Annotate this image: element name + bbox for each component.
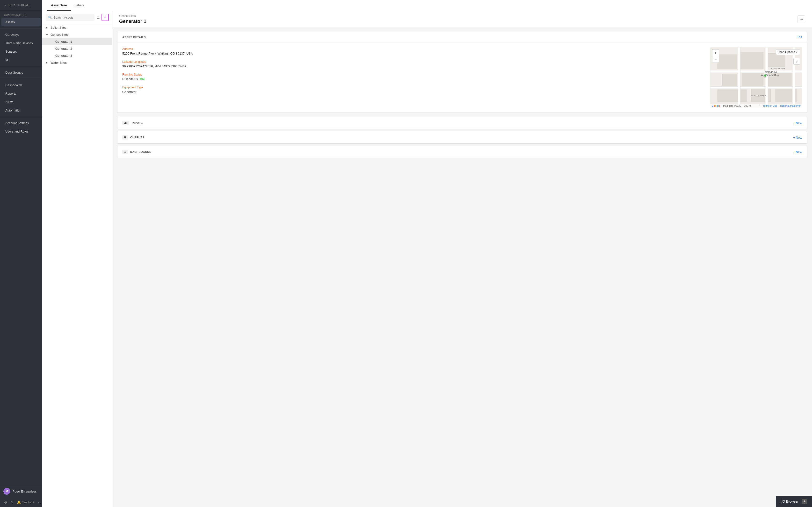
sidebar-item-data-groups[interactable]: Data Groups (1, 68, 41, 76)
back-to-home-button[interactable]: ⌂ BACK TO HOME (0, 0, 42, 10)
tree-node-genset-sites[interactable]: ▼ Genset Sites (42, 31, 112, 38)
add-asset-button[interactable]: + (101, 14, 109, 21)
sidebar-section-label: CONFIGURATION (0, 10, 42, 18)
svg-rect-12 (738, 47, 741, 108)
search-wrapper: 🔍 (46, 14, 95, 21)
search-input[interactable] (53, 16, 92, 19)
map-fullscreen-button[interactable]: ⤢ (794, 58, 800, 65)
sidebar-item-io[interactable]: I/O (1, 56, 41, 64)
assets-label: Assets (5, 20, 15, 24)
svg-rect-3 (766, 53, 785, 67)
automation-label: Automation (5, 109, 21, 112)
tree-node-boiler-sites[interactable]: ▶ Boiler Sites (42, 24, 112, 31)
help-icon[interactable]: ? (11, 500, 13, 505)
map-options-button[interactable]: Map Options ▾ (776, 49, 800, 55)
tab-labels[interactable]: Labels (71, 0, 88, 11)
tree-node-generator-1[interactable]: Generator 1 (42, 38, 112, 45)
sidebar-footer: ⚙ ? 🔔 Feedback ‹ (0, 498, 42, 507)
settings-icon[interactable]: ⚙ (4, 500, 7, 505)
map-footer: Google Map data ©2020 100 m Terms of Use… (710, 104, 802, 108)
asset-details-header: ASSET DETAILS Edit (117, 32, 807, 43)
user-profile[interactable]: M Pueo Enterprises (0, 485, 42, 498)
tree-node-generator-2[interactable]: Generator 2 (42, 45, 112, 52)
run-status-row: Run Status ON (122, 77, 705, 81)
chevron-down-icon: ▾ (796, 50, 798, 54)
address-label: Address (122, 47, 705, 51)
collapse-sidebar-button[interactable]: ‹ (39, 500, 40, 505)
io-browser-plus-button[interactable]: + (802, 499, 807, 504)
outputs-count: 0 (122, 135, 128, 139)
edit-button[interactable]: Edit (797, 35, 802, 39)
outputs-left: 0 OUTPUTS (122, 135, 144, 139)
lat-lon-value: 39.790077209472656, -104.54972839355469 (122, 64, 705, 68)
svg-text:East 51st Avenue: East 51st Avenue (751, 95, 766, 97)
outputs-new-button[interactable]: + New (793, 136, 802, 139)
inputs-left: 38 INPUTS (122, 121, 143, 125)
third-party-devices-label: Third Party Devices (5, 41, 33, 45)
sidebar-item-reports[interactable]: Reports (1, 90, 41, 98)
tree-node-generator-3[interactable]: Generator 3 (42, 52, 112, 59)
asset-fields: Address 5200 Front Range Pkwy, Watkins, … (122, 47, 705, 108)
svg-rect-11 (710, 87, 802, 89)
home-icon: ⌂ (4, 3, 6, 7)
dashboards-label: Dashboards (5, 83, 22, 87)
alerts-label: Alerts (5, 100, 13, 104)
chevron-right-icon: ▶ (46, 26, 49, 29)
sidebar-item-account-settings[interactable]: Account Settings (1, 119, 41, 127)
map-scale: 100 m (744, 105, 760, 107)
map-report-link[interactable]: Report a map error (780, 105, 800, 107)
asset-details-title: ASSET DETAILS (122, 36, 146, 39)
address-value: 5200 Front Range Pkwy, Watkins, CO 80137… (122, 52, 705, 55)
sidebar-item-third-party-devices[interactable]: Third Party Devices (1, 39, 41, 47)
svg-rect-2 (739, 52, 763, 69)
running-status-field: Running Status Run Status ON (122, 73, 705, 81)
inputs-count: 38 (122, 121, 129, 125)
top-navigation: Asset Tree Labels (42, 0, 812, 11)
run-status-value: ON (140, 77, 145, 81)
lat-lon-label: Latitude/Longitude (122, 60, 705, 63)
map-terms-link[interactable]: Terms of Use (763, 105, 777, 107)
detail-panel: Genset Sites Generator 1 ··· ASSET DETAI… (112, 11, 812, 507)
sidebar-item-alerts[interactable]: Alerts (1, 98, 41, 106)
io-label: I/O (5, 58, 9, 62)
reports-label: Reports (5, 92, 16, 95)
inputs-section: 38 INPUTS + New (117, 117, 807, 129)
svg-rect-14 (793, 47, 795, 108)
sidebar-item-gateways[interactable]: Gateways (1, 31, 41, 39)
sidebar-item-sensors[interactable]: Sensors (1, 48, 41, 56)
map-zoom-controls: + − (712, 49, 719, 63)
map-zoom-in-button[interactable]: + (712, 49, 719, 56)
more-options-button[interactable]: ··· (798, 15, 805, 23)
inputs-new-button[interactable]: + New (793, 121, 802, 125)
sidebar: ⌂ BACK TO HOME CONFIGURATION Assets Gate… (0, 0, 42, 507)
dashboards-count: 1 (122, 150, 128, 154)
tab-asset-tree[interactable]: Asset Tree (47, 0, 71, 11)
dashboards-left: 1 DASHBOARDS (122, 150, 151, 154)
dashboards-new-button[interactable]: + New (793, 150, 802, 154)
svg-rect-13 (765, 47, 768, 108)
sidebar-item-assets[interactable]: Assets (1, 18, 41, 26)
avatar: M (3, 488, 10, 495)
outputs-section: 0 OUTPUTS + New (117, 131, 807, 144)
content-area: 🔍 ☰ + ▶ Boiler Sites ▼ Genset Sites Gene… (42, 11, 812, 507)
io-browser-bar[interactable]: I/O Browser + (776, 496, 812, 507)
running-status-label: Running Status (122, 73, 705, 76)
back-to-home-label: BACK TO HOME (7, 3, 30, 7)
map-zoom-out-button[interactable]: − (712, 56, 719, 63)
outputs-label: OUTPUTS (130, 136, 145, 139)
lat-lon-field: Latitude/Longitude 39.790077209472656, -… (122, 60, 705, 68)
feedback-button[interactable]: 🔔 Feedback (17, 501, 35, 504)
map-container: Beechcraft Way East 51st Avenue Colorado… (710, 47, 802, 108)
data-groups-label: Data Groups (5, 71, 23, 74)
map-google-logo: Google (712, 105, 720, 107)
io-browser-label: I/O Browser (780, 500, 799, 503)
sidebar-item-automation[interactable]: Automation (1, 107, 41, 114)
detail-header: Genset Sites Generator 1 ··· (112, 11, 812, 28)
filter-icon[interactable]: ☰ (96, 15, 100, 19)
equipment-type-field: Equipment Type Generator (122, 86, 705, 94)
sidebar-item-dashboards[interactable]: Dashboards (1, 81, 41, 89)
dashboards-section: 1 DASHBOARDS + New (117, 146, 807, 158)
sidebar-item-users-and-roles[interactable]: Users and Roles (1, 127, 41, 135)
tree-node-water-sites[interactable]: ▶ Water Sites (42, 59, 112, 66)
feedback-icon: 🔔 (17, 501, 21, 504)
